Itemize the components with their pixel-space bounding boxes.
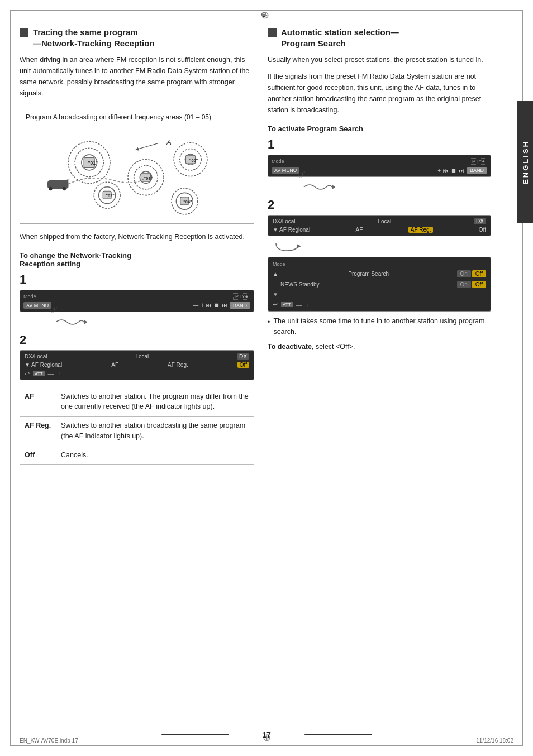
step-2-right: 2 DX/Local Local DX ▼ AF Regional AF AF … [268,198,491,352]
page-line-left [161,734,229,735]
file-info-right: 11/12/16 18:02 [476,738,513,744]
table-key-af: AF [20,387,56,417]
step-number-2-left: 2 [20,333,254,347]
right-body2: If the signals from the preset FM Radio … [268,71,491,116]
prog-search-ui: Mode ▲ Program Search On Off NEWS Standb… [268,257,491,312]
tri-up-prog: ▲ [273,271,278,277]
band-btn-r1: BAND [467,167,487,174]
svg-marker-30 [332,185,335,189]
minus-r: — [296,302,302,308]
right-body1: Usually when you select preset stations,… [268,54,491,65]
off-r: Off [479,227,486,233]
pty-label-r1: PTY● [470,158,487,165]
corner-mark-bl [6,744,12,750]
illustration-svg: "01" "05" "03" [26,127,248,216]
left-heading-text: Tracing the same program —Network-Tracki… [33,27,155,49]
mode-ui-left-1: Mode PTY● AV MENU — + ⏮ ⏹ ⏭ BAND [20,290,254,312]
svg-text:A: A [166,138,172,146]
af-reg-l: AF Reg. [168,362,188,368]
table-val-afreg: Switches to another station broadcasting… [56,417,254,446]
factory-note: When shipped from the factory, Network-T… [20,232,254,242]
down-arrow [273,241,491,255]
svg-line-28 [137,143,158,150]
tri-down-prog: ▼ [273,291,278,298]
prev-btn-l1: ⏮ [206,302,212,308]
step-1-left: 1 Mode PTY● AV MENU — + ⏮ ⏹ ⏭ [20,272,254,329]
next-btn-r1: ⏭ [459,168,464,174]
svg-marker-29 [84,320,87,324]
prev-btn-r1: ⏮ [443,168,449,174]
right-section-heading: Automatic station selection— Program Sea… [268,27,491,49]
corner-mark-tl [6,6,12,12]
left-body-text: When driving in an area where FM recepti… [20,54,254,99]
bullet-dot: • [268,317,270,337]
bottom-info: EN_KW-AV70E.indb 17 11/12/16 18:02 [20,738,513,744]
corner-mark-tr [521,6,527,12]
dx-label-l: DX/Local [25,353,47,360]
table-row: AF Switches to another station. The prog… [20,387,254,417]
svg-point-25 [49,187,52,190]
illustration-box: Program A broadcasting on different freq… [20,107,254,224]
svg-text:"03": "03" [144,176,153,181]
step-2-left: 2 DX/Local Local DX ▼ AF Regional AF AF … [20,333,254,380]
att-btn-r: ATT [281,302,293,307]
af-regional-l: ▼ AF Regional [25,362,62,368]
pty-label-l1: PTY● [233,293,250,300]
table-val-af: Switches to another station. The program… [56,387,254,417]
plus-l: + [58,370,61,377]
minus-btn-l1: — [193,302,198,308]
page-line-right [304,734,372,735]
local-label-r: Local [378,218,391,224]
language-tab: ENGLISH [517,101,533,223]
stop-btn-l1: ⏹ [214,302,220,308]
dx-bottom-l: ↩ ATT — + [25,370,249,377]
change-heading: To change the Network-Tracking Reception… [20,251,254,268]
step-number-1-right: 1 [268,137,491,152]
corner-mark-br [521,744,527,750]
dx-local-ui-right: DX/Local Local DX ▼ AF Regional AF AF Re… [268,215,491,236]
svg-text:"05": "05" [189,158,198,163]
local-label-l: Local [135,353,149,360]
dx-local-ui-left: DX/Local Local DX ▼ AF Regional AF AF Re… [20,350,254,380]
svg-text:"02": "02" [106,193,115,198]
dx-val-r: DX [474,218,486,224]
svg-point-26 [63,187,66,190]
heading-icon-left [20,28,28,37]
prog-tri-bottom: ▼ [273,291,486,298]
step-number-2-right: 2 [268,198,491,212]
af-r: AF [356,227,363,233]
deactivate-text: To deactivate, select <Off>. [268,342,491,352]
mode-ui-right-1: Mode PTY● AV MENU — + ⏮ ⏹ ⏭ BAND [268,155,491,177]
mode-label-r1: Mode [272,159,284,164]
svg-marker-31 [297,244,301,248]
language-label: ENGLISH [521,140,530,184]
plus-btn-l1: + [201,302,204,308]
back-icon-l: ↩ [25,370,30,377]
minus-btn-r1: — [430,168,435,174]
table-key-off: Off [20,446,56,465]
off-highlighted-l: Off [237,362,249,368]
heading-icon-right [268,28,277,37]
step-1-right: 1 Mode PTY● AV MENU — + ⏮ ⏹ ⏭ [268,137,491,194]
control-buttons-r1: — + ⏮ ⏹ ⏭ BAND [430,167,487,174]
table-row: Off Cancels. [20,446,254,465]
right-column: Automatic station selection— Program Sea… [268,27,491,465]
af-regional-r: ▼ AF Regional [273,227,310,233]
svg-text:"01": "01" [88,160,98,166]
table-row: AF Reg. Switches to another station broa… [20,417,254,446]
prog-search-on: On [457,270,471,277]
af-l: AF [111,362,118,368]
news-standby-on: On [457,281,471,288]
connector-1 [53,317,254,329]
prog-search-label: Program Search [348,271,389,277]
plus-r: + [306,302,309,308]
connector-r1 [301,181,491,194]
news-standby-label: NEWS Standby [280,281,319,288]
left-section-heading: Tracing the same program —Network-Tracki… [20,27,254,49]
mode-label-prog: Mode [273,261,285,267]
news-standby-off: Off [472,281,486,288]
plus-btn-r1: + [437,168,441,174]
info-table: AF Switches to another station. The prog… [20,387,254,465]
prog-search-off: Off [472,270,486,277]
next-btn-l1: ⏭ [222,302,227,308]
